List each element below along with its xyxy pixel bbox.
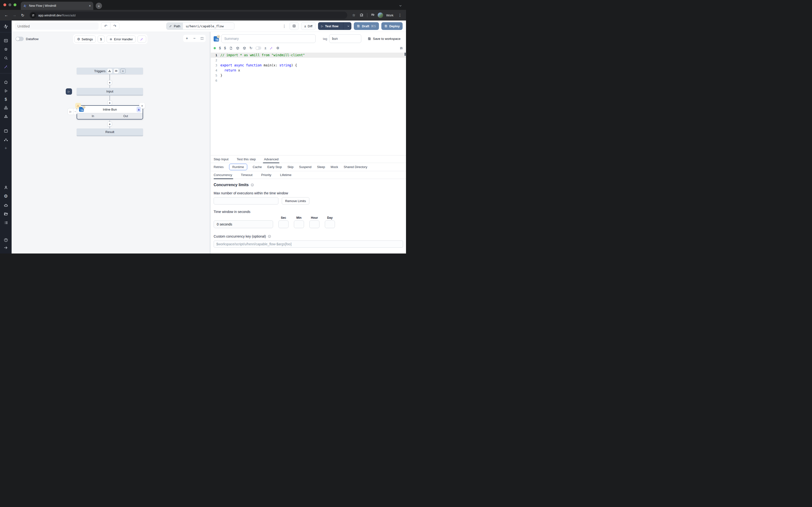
code-line[interactable]: 5} xyxy=(211,73,406,78)
step-out-tab[interactable]: Out xyxy=(123,114,128,118)
mail-trigger-icon[interactable]: ✉ xyxy=(114,68,119,73)
subtab-timeout[interactable]: Timeout xyxy=(241,171,253,179)
subtab-runtime[interactable]: Runtime xyxy=(229,164,247,170)
sidebar-item-schedules[interactable] xyxy=(0,114,12,119)
run-from-input-button[interactable]: ▷ xyxy=(66,89,72,95)
custom-concurrency-key-input[interactable] xyxy=(214,240,403,248)
script-file-icon[interactable] xyxy=(229,46,233,50)
expand-sidebar-arrow-icon[interactable] xyxy=(0,245,12,250)
tab-search-chevron-icon[interactable] xyxy=(399,4,402,7)
zoom-in-button[interactable]: + xyxy=(183,35,191,42)
code-line[interactable]: 6 xyxy=(211,78,406,83)
max-executions-input[interactable] xyxy=(214,197,278,205)
error-handler-button[interactable]: Error Handler xyxy=(107,36,136,43)
bookmark-star-icon[interactable]: ☆ xyxy=(351,13,357,17)
sidebar-item-variables[interactable]: $ xyxy=(0,97,12,101)
info-icon[interactable] xyxy=(251,183,254,187)
redo-button[interactable]: ↷ xyxy=(110,22,119,30)
sidebar-item-calendar[interactable] xyxy=(0,129,12,133)
ai-assistant-icon[interactable] xyxy=(269,46,273,50)
sidebar-add-icon[interactable]: + xyxy=(0,146,12,151)
code-line[interactable]: 1// import * as wmill from "windmill-cli… xyxy=(211,53,406,58)
sec-input[interactable] xyxy=(278,220,289,228)
hour-input[interactable] xyxy=(309,220,319,228)
deploy-button[interactable]: Deploy xyxy=(382,22,403,30)
selected-step-node[interactable]: ⚠ × ▷ TS Inline Bun xyxy=(77,105,143,119)
insert-step-button[interactable]: + xyxy=(107,122,112,126)
sidebar-item-apps[interactable] xyxy=(0,38,12,43)
back-button[interactable]: ← xyxy=(3,12,10,18)
run-step-chevron[interactable] xyxy=(73,108,77,115)
close-window-button[interactable] xyxy=(3,3,6,6)
sidebar-item-flows[interactable] xyxy=(0,137,12,142)
editor-settings-gear-icon[interactable]: ⚙ xyxy=(276,46,280,50)
favorites-star-icon[interactable] xyxy=(0,47,12,52)
flow-settings-button[interactable]: ⚙ Settings xyxy=(74,36,96,43)
step-in-tab[interactable]: In xyxy=(92,114,94,118)
subtab-lifetime[interactable]: Lifetime xyxy=(280,171,292,179)
insert-step-button[interactable]: + xyxy=(107,101,112,105)
package-icon[interactable] xyxy=(236,46,240,50)
min-input[interactable] xyxy=(294,220,304,228)
tab-advanced[interactable]: Advanced xyxy=(264,155,278,163)
browser-tab[interactable]: New Flow | Windmill × xyxy=(21,2,93,10)
save-to-workspace-button[interactable]: Save to workspace xyxy=(367,37,400,41)
static-inputs-button[interactable]: $ xyxy=(98,36,105,43)
test-flow-button[interactable]: ▷ Test flow xyxy=(318,22,352,30)
subtab-early-stop[interactable]: Early Stop xyxy=(267,165,282,169)
step-header[interactable]: TS Inline Bun a xyxy=(77,106,143,113)
dollar-var-icon[interactable]: $ xyxy=(224,46,226,50)
result-node[interactable]: Result xyxy=(77,128,143,136)
forward-button[interactable]: → xyxy=(11,12,18,18)
address-bar[interactable]: app.windmill.dev/flows/add xyxy=(30,12,347,19)
subtab-concurrency[interactable]: Concurrency xyxy=(214,171,232,179)
tab-test-this-step[interactable]: Test this step xyxy=(237,155,256,163)
zoom-window-button[interactable] xyxy=(13,3,16,6)
reload-icon[interactable]: ↻ xyxy=(249,46,252,50)
sidebar-settings-gear-icon[interactable]: ⚙ xyxy=(0,194,12,199)
sidebar-item-runs[interactable] xyxy=(0,89,12,93)
sidebar-item-folders[interactable] xyxy=(0,212,12,216)
code-line[interactable]: 4 return x xyxy=(211,68,406,73)
fit-view-button[interactable] xyxy=(198,35,206,42)
subtab-retries[interactable]: Retries xyxy=(214,165,223,169)
summary-input[interactable] xyxy=(221,34,316,43)
sidebar-item-home[interactable] xyxy=(0,80,12,84)
sidebar-item-resources[interactable] xyxy=(0,106,12,110)
undo-button[interactable]: ↶ xyxy=(101,22,110,30)
day-input[interactable] xyxy=(325,220,335,228)
profile-avatar[interactable] xyxy=(377,12,383,18)
triggers-node[interactable]: Triggers ✉ + xyxy=(77,68,143,74)
extensions-icon[interactable] xyxy=(358,13,365,18)
tag-input[interactable] xyxy=(329,34,361,43)
subtab-priority[interactable]: Priority xyxy=(261,171,271,179)
add-trigger-button[interactable]: + xyxy=(120,68,126,73)
subtab-cache[interactable]: Cache xyxy=(253,165,262,169)
more-options-kebab-icon[interactable]: ⋮ xyxy=(281,24,287,29)
diff-plusminus-icon[interactable]: ± xyxy=(264,46,266,50)
tab-close-icon[interactable]: × xyxy=(89,4,91,8)
subtab-mock[interactable]: Mock xyxy=(331,165,338,169)
webhook-icon[interactable] xyxy=(107,68,112,73)
code-editor[interactable]: 1// import * as wmill from "windmill-cli… xyxy=(211,53,406,155)
help-icon[interactable] xyxy=(0,238,12,242)
sidebar-item-users[interactable] xyxy=(0,185,12,190)
code-line[interactable]: 3export async function main(x: string) { xyxy=(211,63,406,68)
docs-book-button[interactable] xyxy=(290,22,299,30)
tab-step-input[interactable]: Step Input xyxy=(214,155,229,163)
path-value-input[interactable]: u/henri/capable_flow xyxy=(183,23,234,30)
flow-canvas[interactable]: Dataflow ⚙ Settings $ Error Handler xyxy=(12,32,209,253)
windmill-logo-icon[interactable] xyxy=(0,24,12,29)
flow-name-input[interactable] xyxy=(15,22,99,30)
editor-toggle[interactable] xyxy=(255,46,261,50)
ai-flow-button[interactable] xyxy=(138,36,146,43)
info-icon[interactable] xyxy=(268,235,271,238)
search-icon[interactable] xyxy=(0,56,12,60)
scrollbar-marker[interactable] xyxy=(405,53,406,56)
reload-button[interactable]: ↻ xyxy=(19,12,26,18)
subtab-suspend[interactable]: Suspend xyxy=(299,165,311,169)
draft-button[interactable]: Draft ⌘S xyxy=(354,22,379,30)
subtab-skip[interactable]: Skip xyxy=(287,165,293,169)
zoom-out-button[interactable]: − xyxy=(191,35,198,42)
subtab-sleep[interactable]: Sleep xyxy=(317,165,325,169)
